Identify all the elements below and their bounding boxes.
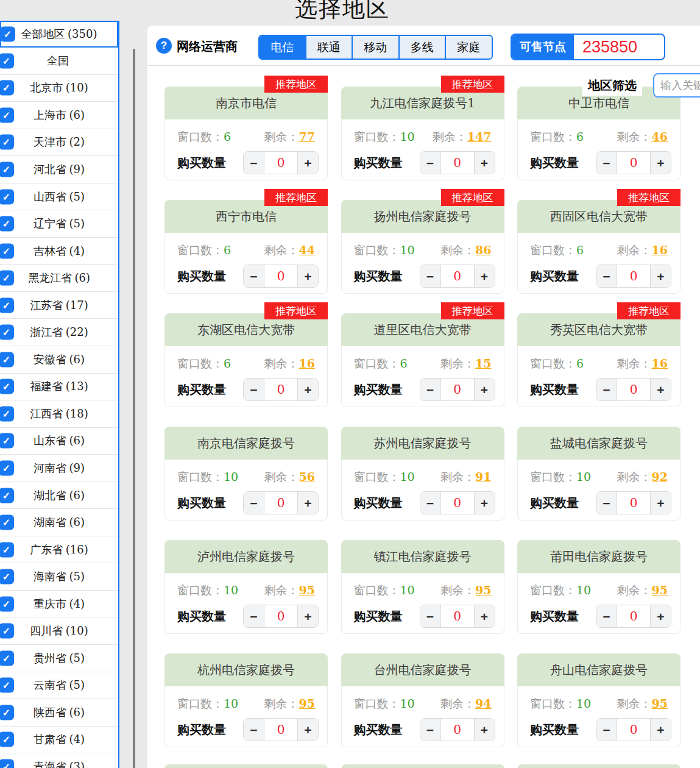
checkbox-checked-icon[interactable]: ✓ bbox=[0, 488, 14, 503]
checkbox-checked-icon[interactable]: ✓ bbox=[0, 542, 14, 557]
sidebar-item-21[interactable]: ✓四川省 (10) bbox=[0, 617, 118, 645]
remaining-value[interactable]: 147 bbox=[467, 130, 492, 143]
quantity-value[interactable]: 0 bbox=[441, 719, 474, 741]
sidebar-item-all-regions[interactable]: ✓ 全部地区 (350) bbox=[0, 21, 118, 48]
remaining-value[interactable]: 94 bbox=[475, 697, 491, 710]
checkbox-checked-icon[interactable]: ✓ bbox=[0, 406, 14, 421]
tab-operator-2[interactable]: 移动 bbox=[352, 36, 398, 59]
decrease-button[interactable]: − bbox=[596, 152, 617, 174]
decrease-button[interactable]: − bbox=[420, 265, 441, 287]
remaining-value[interactable]: 92 bbox=[652, 470, 668, 483]
checkbox-checked-icon[interactable]: ✓ bbox=[0, 379, 14, 394]
sidebar-item-13[interactable]: ✓江西省 (18) bbox=[0, 400, 118, 428]
checkbox-checked-icon[interactable]: ✓ bbox=[0, 732, 14, 747]
quantity-value[interactable]: 0 bbox=[617, 492, 650, 514]
checkbox-checked-icon[interactable]: ✓ bbox=[0, 624, 14, 639]
quantity-value[interactable]: 0 bbox=[617, 605, 650, 627]
remaining-value[interactable]: 95 bbox=[299, 583, 315, 597]
remaining-value[interactable]: 16 bbox=[299, 357, 315, 370]
quantity-value[interactable]: 0 bbox=[264, 605, 297, 627]
checkbox-checked-icon[interactable]: ✓ bbox=[0, 705, 14, 720]
remaining-value[interactable]: 16 bbox=[652, 243, 668, 257]
sidebar-item-10[interactable]: ✓浙江省 (22) bbox=[0, 319, 118, 346]
sidebar-item-6[interactable]: ✓辽宁省 (5) bbox=[0, 210, 118, 238]
increase-button[interactable]: + bbox=[474, 152, 495, 174]
sidebar-item-11[interactable]: ✓安徽省 (6) bbox=[0, 346, 118, 374]
remaining-value[interactable]: 95 bbox=[299, 697, 315, 710]
decrease-button[interactable]: − bbox=[244, 492, 264, 514]
tab-operator-1[interactable]: 联通 bbox=[305, 36, 352, 59]
increase-button[interactable]: + bbox=[650, 152, 671, 174]
checkbox-checked-icon[interactable]: ✓ bbox=[0, 297, 14, 313]
remaining-value[interactable]: 95 bbox=[475, 583, 491, 597]
remaining-value[interactable]: 16 bbox=[652, 357, 668, 370]
checkbox-checked-icon[interactable]: ✓ bbox=[0, 216, 14, 232]
quantity-value[interactable]: 0 bbox=[441, 605, 474, 627]
help-icon[interactable]: ? bbox=[156, 38, 172, 54]
quantity-value[interactable]: 0 bbox=[617, 265, 650, 287]
decrease-button[interactable]: − bbox=[420, 152, 441, 174]
checkbox-checked-icon[interactable]: ✓ bbox=[0, 243, 14, 258]
checkbox-checked-icon[interactable]: ✓ bbox=[0, 569, 14, 585]
sidebar-item-16[interactable]: ✓湖北省 (6) bbox=[0, 482, 118, 510]
checkbox-checked-icon[interactable]: ✓ bbox=[0, 107, 14, 123]
sidebar-item-3[interactable]: ✓天津市 (2) bbox=[0, 129, 118, 157]
decrease-button[interactable]: − bbox=[420, 379, 441, 400]
checkbox-checked-icon[interactable]: ✓ bbox=[0, 515, 14, 530]
sidebar-item-12[interactable]: ✓福建省 (13) bbox=[0, 374, 118, 401]
checkbox-checked-icon[interactable]: ✓ bbox=[0, 596, 14, 611]
remaining-value[interactable]: 91 bbox=[475, 470, 491, 483]
increase-button[interactable]: + bbox=[650, 719, 671, 741]
increase-button[interactable]: + bbox=[297, 719, 318, 741]
checkbox-checked-icon[interactable]: ✓ bbox=[0, 80, 14, 96]
tab-operator-4[interactable]: 家庭 bbox=[445, 36, 492, 59]
sidebar-item-15[interactable]: ✓河南省 (9) bbox=[0, 455, 118, 482]
checkbox-checked-icon[interactable]: ✓ bbox=[0, 759, 14, 768]
checkbox-checked-icon[interactable]: ✓ bbox=[0, 352, 14, 367]
sidebar-item-1[interactable]: ✓北京市 (10) bbox=[0, 75, 118, 102]
sidebar-item-23[interactable]: ✓云南省 (5) bbox=[0, 672, 118, 700]
checkbox-checked-icon[interactable]: ✓ bbox=[0, 53, 14, 68]
decrease-button[interactable]: − bbox=[244, 379, 264, 400]
checkbox-checked-icon[interactable]: ✓ bbox=[0, 678, 14, 693]
remaining-value[interactable]: 95 bbox=[652, 583, 668, 597]
increase-button[interactable]: + bbox=[474, 605, 495, 627]
tab-operator-3[interactable]: 多线 bbox=[398, 36, 445, 59]
decrease-button[interactable]: − bbox=[596, 605, 617, 627]
remaining-value[interactable]: 86 bbox=[475, 243, 491, 257]
decrease-button[interactable]: − bbox=[420, 719, 441, 741]
sidebar-item-18[interactable]: ✓广东省 (16) bbox=[0, 536, 118, 564]
region-filter-input[interactable] bbox=[653, 73, 700, 98]
quantity-value[interactable]: 0 bbox=[441, 492, 474, 514]
quantity-value[interactable]: 0 bbox=[264, 152, 297, 174]
decrease-button[interactable]: − bbox=[596, 265, 617, 287]
decrease-button[interactable]: − bbox=[244, 152, 264, 174]
quantity-value[interactable]: 0 bbox=[264, 265, 297, 287]
increase-button[interactable]: + bbox=[650, 379, 671, 400]
tab-operator-0[interactable]: 电信 bbox=[260, 36, 305, 59]
quantity-value[interactable]: 0 bbox=[264, 379, 297, 400]
increase-button[interactable]: + bbox=[297, 265, 318, 287]
checkbox-checked-icon[interactable]: ✓ bbox=[0, 433, 14, 449]
decrease-button[interactable]: − bbox=[244, 605, 264, 627]
sidebar-item-24[interactable]: ✓陕西省 (6) bbox=[0, 699, 118, 727]
decrease-button[interactable]: − bbox=[244, 719, 264, 741]
remaining-value[interactable]: 77 bbox=[299, 130, 315, 143]
increase-button[interactable]: + bbox=[474, 492, 495, 514]
sidebar-item-14[interactable]: ✓山东省 (6) bbox=[0, 428, 118, 455]
sidebar-item-25[interactable]: ✓甘肃省 (4) bbox=[0, 727, 118, 754]
quantity-value[interactable]: 0 bbox=[264, 719, 297, 741]
decrease-button[interactable]: − bbox=[244, 265, 264, 287]
quantity-value[interactable]: 0 bbox=[617, 152, 650, 174]
increase-button[interactable]: + bbox=[297, 379, 318, 400]
sidebar-item-5[interactable]: ✓山西省 (5) bbox=[0, 183, 118, 211]
increase-button[interactable]: + bbox=[297, 605, 318, 627]
decrease-button[interactable]: − bbox=[596, 379, 617, 400]
remaining-value[interactable]: 95 bbox=[652, 697, 668, 710]
checkbox-checked-icon[interactable]: ✓ bbox=[0, 135, 14, 150]
quantity-value[interactable]: 0 bbox=[441, 152, 474, 174]
decrease-button[interactable]: − bbox=[596, 719, 617, 741]
sidebar-item-7[interactable]: ✓吉林省 (4) bbox=[0, 238, 118, 265]
increase-button[interactable]: + bbox=[297, 152, 318, 174]
increase-button[interactable]: + bbox=[650, 265, 671, 287]
